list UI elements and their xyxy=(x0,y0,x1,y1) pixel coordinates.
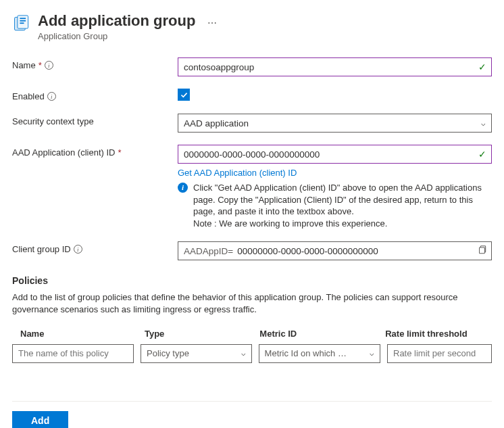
security-context-label: Security context type xyxy=(12,116,94,126)
chevron-down-icon: ⌵ xyxy=(241,349,246,358)
app-group-icon xyxy=(12,15,31,34)
policy-type-select[interactable]: Policy type ⌵ xyxy=(141,344,252,363)
enabled-label: Enabled xyxy=(12,91,45,101)
page-subtitle: Application Group xyxy=(38,31,195,41)
aad-app-info-text: Click "Get AAD Application (client) ID" … xyxy=(193,182,492,229)
more-actions-button[interactable]: ⋯ xyxy=(207,18,217,28)
enabled-checkbox[interactable] xyxy=(178,89,190,101)
client-group-id-prefix: AADAppID= xyxy=(184,246,233,256)
security-context-select[interactable]: AAD application ⌵ xyxy=(178,114,492,133)
info-icon[interactable]: i xyxy=(47,92,56,101)
check-icon: ✓ xyxy=(478,149,486,160)
chevron-down-icon: ⌵ xyxy=(481,119,486,128)
svg-rect-5 xyxy=(480,247,485,254)
policy-col-rate: Rate limit threshold xyxy=(385,329,486,339)
check-icon: ✓ xyxy=(478,62,486,72)
select-placeholder: Metric Id on which … xyxy=(265,348,347,358)
svg-rect-4 xyxy=(20,22,24,24)
policy-name-input[interactable] xyxy=(12,344,134,363)
aad-app-id-input[interactable] xyxy=(178,145,492,164)
svg-rect-1 xyxy=(18,16,28,28)
name-label: Name xyxy=(12,60,36,70)
chevron-down-icon: ⌵ xyxy=(370,349,374,358)
client-group-id-label: Client group ID xyxy=(12,244,71,254)
info-icon[interactable]: i xyxy=(74,245,82,254)
client-group-id-value: 00000000-0000-0000-0000000000 xyxy=(237,246,378,256)
required-indicator: * xyxy=(39,60,42,70)
policy-col-metric: Metric ID xyxy=(259,329,378,339)
info-filled-icon: i xyxy=(178,183,188,193)
page-title: Add application group xyxy=(38,12,195,30)
client-group-id-field: AADAppID= 00000000-0000-0000-0000000000 xyxy=(178,241,492,260)
check-icon xyxy=(180,91,188,99)
policies-section-title: Policies xyxy=(12,275,492,286)
name-input[interactable] xyxy=(178,57,492,76)
select-placeholder: Policy type xyxy=(147,348,189,358)
required-indicator: * xyxy=(118,147,121,158)
add-button[interactable]: Add xyxy=(12,411,68,428)
policy-col-type: Type xyxy=(145,329,253,339)
get-aad-app-id-link[interactable]: Get AAD Application (client) ID xyxy=(178,168,492,178)
select-value: AAD application xyxy=(184,118,249,128)
policy-col-name: Name xyxy=(20,329,138,339)
policy-row: Policy type ⌵ Metric Id on which … ⌵ xyxy=(12,344,492,363)
aad-app-id-label: AAD Application (client) ID xyxy=(12,147,115,158)
policy-rate-input[interactable] xyxy=(387,344,492,363)
svg-rect-3 xyxy=(20,20,26,22)
info-icon[interactable]: i xyxy=(45,61,53,70)
policy-metric-select[interactable]: Metric Id on which … ⌵ xyxy=(259,344,380,363)
svg-rect-2 xyxy=(20,18,26,19)
copy-icon[interactable] xyxy=(477,245,486,257)
policies-section-desc: Add to the list of group policies that d… xyxy=(12,291,492,316)
